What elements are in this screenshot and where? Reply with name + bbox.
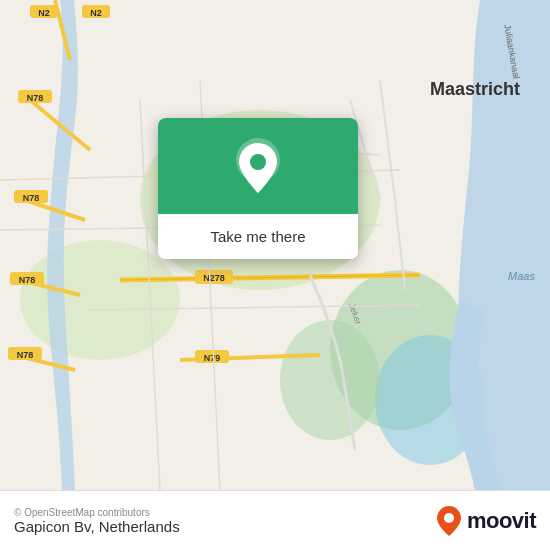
moovit-brand-text: moovit <box>467 508 536 534</box>
svg-text:N78: N78 <box>23 193 40 203</box>
svg-text:N78: N78 <box>17 350 34 360</box>
popup-green-area <box>158 118 358 214</box>
svg-point-2 <box>20 240 180 360</box>
svg-text:Maas: Maas <box>508 270 535 282</box>
popup-card: Take me there <box>158 118 358 259</box>
take-me-there-button[interactable]: Take me there <box>158 214 358 259</box>
moovit-pin-icon <box>435 504 463 538</box>
svg-text:Maastricht: Maastricht <box>430 79 520 99</box>
svg-text:N79: N79 <box>204 353 221 363</box>
svg-text:N278: N278 <box>203 273 225 283</box>
footer-left: © OpenStreetMap contributors Gapicon Bv,… <box>14 507 180 535</box>
svg-text:N78: N78 <box>27 93 44 103</box>
svg-text:N78: N78 <box>19 275 36 285</box>
location-pin-icon <box>233 138 283 198</box>
footer: © OpenStreetMap contributors Gapicon Bv,… <box>0 490 550 550</box>
location-name: Gapicon Bv, Netherlands <box>14 518 180 535</box>
svg-text:N2: N2 <box>38 8 50 18</box>
svg-point-27 <box>250 154 266 170</box>
map-container: N278 N79 N78 N78 N78 N78 N2 N2 Jeker Maa <box>0 0 550 490</box>
svg-point-28 <box>444 513 454 523</box>
svg-point-5 <box>280 320 380 440</box>
moovit-logo: moovit <box>435 504 536 538</box>
svg-text:N2: N2 <box>90 8 102 18</box>
copyright-text: © OpenStreetMap contributors <box>14 507 180 518</box>
